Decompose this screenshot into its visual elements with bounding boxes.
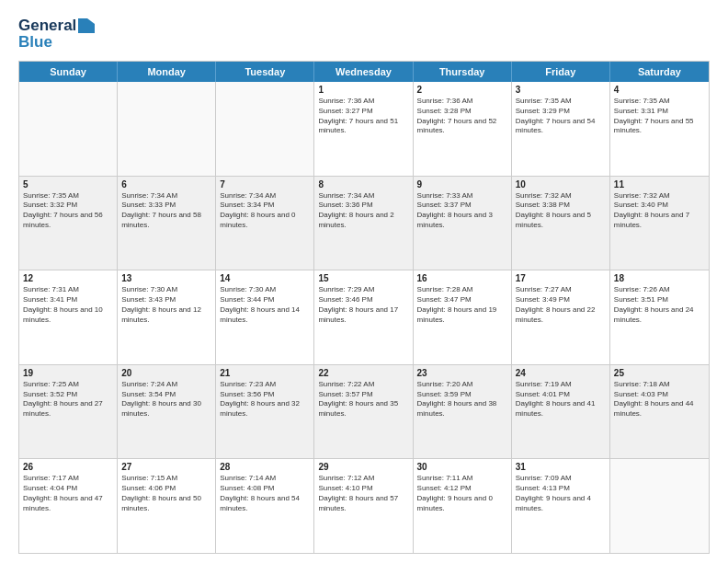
day-number: 26 — [23, 462, 113, 472]
calendar-row: 5Sunrise: 7:35 AM Sunset: 3:32 PM Daylig… — [19, 177, 709, 271]
weekday-header: Tuesday — [216, 62, 314, 82]
day-number: 10 — [516, 179, 606, 190]
page: General Blue SundayMondayTuesdayWednesda… — [0, 0, 728, 563]
calendar-cell: 17Sunrise: 7:27 AM Sunset: 3:49 PM Dayli… — [512, 270, 610, 364]
calendar-cell: 11Sunrise: 7:32 AM Sunset: 3:40 PM Dayli… — [610, 177, 709, 270]
calendar-cell: 7Sunrise: 7:34 AM Sunset: 3:34 PM Daylig… — [216, 177, 314, 270]
day-number: 30 — [417, 462, 507, 472]
calendar-header: SundayMondayTuesdayWednesdayThursdayFrid… — [19, 62, 709, 82]
calendar-cell: 25Sunrise: 7:18 AM Sunset: 4:03 PM Dayli… — [610, 365, 709, 459]
calendar-row: 12Sunrise: 7:31 AM Sunset: 3:41 PM Dayli… — [19, 270, 709, 365]
cell-info: Sunrise: 7:31 AM Sunset: 3:41 PM Dayligh… — [23, 285, 113, 325]
day-number: 24 — [516, 368, 606, 378]
weekday-header: Sunday — [19, 62, 118, 82]
cell-info: Sunrise: 7:18 AM Sunset: 4:03 PM Dayligh… — [614, 380, 705, 419]
calendar-row: 1Sunrise: 7:36 AM Sunset: 3:27 PM Daylig… — [19, 82, 709, 177]
cell-info: Sunrise: 7:24 AM Sunset: 3:54 PM Dayligh… — [121, 380, 211, 419]
calendar-cell — [118, 82, 216, 176]
cell-info: Sunrise: 7:36 AM Sunset: 3:27 PM Dayligh… — [318, 97, 408, 136]
calendar-cell: 26Sunrise: 7:17 AM Sunset: 4:04 PM Dayli… — [19, 459, 118, 553]
cell-info: Sunrise: 7:09 AM Sunset: 4:13 PM Dayligh… — [516, 474, 606, 513]
calendar-cell: 5Sunrise: 7:35 AM Sunset: 3:32 PM Daylig… — [19, 177, 118, 270]
calendar-cell — [19, 82, 118, 176]
weekday-header: Friday — [512, 62, 610, 82]
calendar-cell: 18Sunrise: 7:26 AM Sunset: 3:51 PM Dayli… — [610, 270, 709, 364]
cell-info: Sunrise: 7:32 AM Sunset: 3:40 PM Dayligh… — [614, 191, 705, 231]
day-number: 17 — [516, 273, 606, 283]
day-number: 31 — [516, 462, 606, 472]
cell-info: Sunrise: 7:19 AM Sunset: 4:01 PM Dayligh… — [516, 380, 606, 419]
calendar-cell: 22Sunrise: 7:22 AM Sunset: 3:57 PM Dayli… — [314, 365, 413, 459]
day-number: 7 — [220, 179, 310, 190]
calendar-row: 19Sunrise: 7:25 AM Sunset: 3:52 PM Dayli… — [19, 365, 709, 460]
calendar-cell: 16Sunrise: 7:28 AM Sunset: 3:47 PM Dayli… — [414, 270, 512, 364]
logo-blue: Blue — [18, 33, 52, 52]
cell-info: Sunrise: 7:32 AM Sunset: 3:38 PM Dayligh… — [516, 191, 606, 231]
day-number: 18 — [614, 273, 705, 283]
calendar-cell: 31Sunrise: 7:09 AM Sunset: 4:13 PM Dayli… — [512, 459, 610, 553]
calendar-cell: 28Sunrise: 7:14 AM Sunset: 4:08 PM Dayli… — [216, 459, 314, 553]
day-number: 12 — [23, 273, 113, 283]
weekday-header: Saturday — [610, 62, 709, 82]
calendar-body: 1Sunrise: 7:36 AM Sunset: 3:27 PM Daylig… — [19, 82, 709, 553]
calendar-cell: 15Sunrise: 7:29 AM Sunset: 3:46 PM Dayli… — [314, 270, 413, 364]
cell-info: Sunrise: 7:26 AM Sunset: 3:51 PM Dayligh… — [614, 285, 705, 325]
day-number: 9 — [417, 179, 507, 190]
cell-info: Sunrise: 7:15 AM Sunset: 4:06 PM Dayligh… — [121, 474, 211, 513]
calendar-cell: 14Sunrise: 7:30 AM Sunset: 3:44 PM Dayli… — [216, 270, 314, 364]
day-number: 4 — [614, 85, 705, 95]
cell-info: Sunrise: 7:28 AM Sunset: 3:47 PM Dayligh… — [417, 285, 507, 325]
calendar-cell: 6Sunrise: 7:34 AM Sunset: 3:33 PM Daylig… — [118, 177, 216, 270]
cell-info: Sunrise: 7:34 AM Sunset: 3:36 PM Dayligh… — [318, 191, 408, 231]
calendar: SundayMondayTuesdayWednesdayThursdayFrid… — [18, 61, 710, 554]
calendar-cell: 9Sunrise: 7:33 AM Sunset: 3:37 PM Daylig… — [414, 177, 512, 270]
cell-info: Sunrise: 7:27 AM Sunset: 3:49 PM Dayligh… — [516, 285, 606, 325]
cell-info: Sunrise: 7:30 AM Sunset: 3:44 PM Dayligh… — [220, 285, 310, 325]
day-number: 19 — [23, 368, 113, 378]
calendar-cell: 3Sunrise: 7:35 AM Sunset: 3:29 PM Daylig… — [512, 82, 610, 176]
day-number: 3 — [516, 85, 606, 95]
day-number: 14 — [220, 273, 310, 283]
calendar-cell: 27Sunrise: 7:15 AM Sunset: 4:06 PM Dayli… — [118, 459, 216, 553]
cell-info: Sunrise: 7:25 AM Sunset: 3:52 PM Dayligh… — [23, 380, 113, 419]
calendar-cell: 20Sunrise: 7:24 AM Sunset: 3:54 PM Dayli… — [118, 365, 216, 459]
cell-info: Sunrise: 7:20 AM Sunset: 3:59 PM Dayligh… — [417, 380, 507, 419]
calendar-cell: 2Sunrise: 7:36 AM Sunset: 3:28 PM Daylig… — [414, 82, 512, 176]
calendar-cell: 10Sunrise: 7:32 AM Sunset: 3:38 PM Dayli… — [512, 177, 610, 270]
day-number: 22 — [318, 368, 408, 378]
day-number: 1 — [318, 85, 408, 95]
cell-info: Sunrise: 7:33 AM Sunset: 3:37 PM Dayligh… — [417, 191, 507, 231]
weekday-header: Monday — [118, 62, 216, 82]
logo: General Blue — [18, 17, 95, 52]
day-number: 5 — [23, 179, 113, 190]
day-number: 6 — [121, 179, 211, 190]
cell-info: Sunrise: 7:35 AM Sunset: 3:31 PM Dayligh… — [614, 97, 705, 136]
calendar-cell: 21Sunrise: 7:23 AM Sunset: 3:56 PM Dayli… — [216, 365, 314, 459]
day-number: 27 — [121, 462, 211, 472]
day-number: 2 — [417, 85, 507, 95]
cell-info: Sunrise: 7:30 AM Sunset: 3:43 PM Dayligh… — [121, 285, 211, 325]
logo-general: General — [18, 17, 76, 35]
day-number: 11 — [614, 179, 705, 190]
calendar-cell: 24Sunrise: 7:19 AM Sunset: 4:01 PM Dayli… — [512, 365, 610, 459]
calendar-cell: 29Sunrise: 7:12 AM Sunset: 4:10 PM Dayli… — [314, 459, 413, 553]
day-number: 13 — [121, 273, 211, 283]
day-number: 28 — [220, 462, 310, 472]
cell-info: Sunrise: 7:34 AM Sunset: 3:33 PM Dayligh… — [121, 191, 211, 231]
logo-icon — [78, 17, 95, 33]
day-number: 29 — [318, 462, 408, 472]
day-number: 21 — [220, 368, 310, 378]
weekday-header: Thursday — [414, 62, 512, 82]
cell-info: Sunrise: 7:35 AM Sunset: 3:32 PM Dayligh… — [23, 191, 113, 231]
cell-info: Sunrise: 7:35 AM Sunset: 3:29 PM Dayligh… — [516, 97, 606, 136]
day-number: 25 — [614, 368, 705, 378]
day-number: 8 — [318, 179, 408, 190]
cell-info: Sunrise: 7:17 AM Sunset: 4:04 PM Dayligh… — [23, 474, 113, 513]
cell-info: Sunrise: 7:23 AM Sunset: 3:56 PM Dayligh… — [220, 380, 310, 419]
header: General Blue — [18, 17, 710, 52]
cell-info: Sunrise: 7:22 AM Sunset: 3:57 PM Dayligh… — [318, 380, 408, 419]
day-number: 23 — [417, 368, 507, 378]
calendar-row: 26Sunrise: 7:17 AM Sunset: 4:04 PM Dayli… — [19, 459, 709, 553]
weekday-header: Wednesday — [314, 62, 413, 82]
day-number: 16 — [417, 273, 507, 283]
